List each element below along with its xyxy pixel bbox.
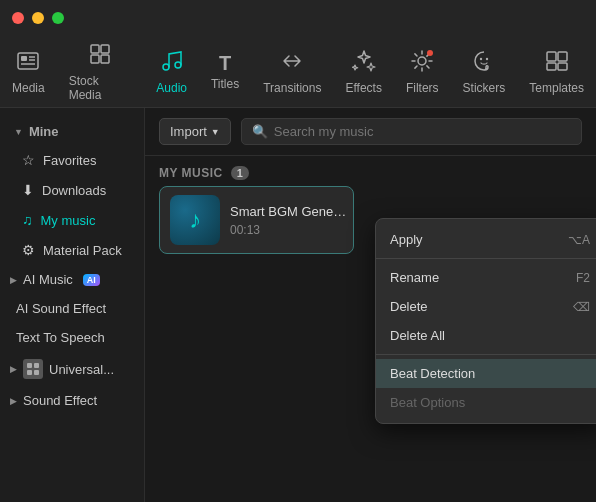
maximize-button[interactable] [52,12,64,24]
svg-rect-0 [18,53,38,69]
svg-rect-8 [101,55,109,63]
context-menu: Apply ⌥A Rename F2 Delete ⌫ Delete All B… [375,218,596,424]
search-input[interactable] [274,124,571,139]
nav-label-titles: Titles [211,77,239,91]
svg-rect-15 [547,52,556,61]
content-area: Import ▼ 🔍 MY MUSIC 1 ♪ Smart BGM Genera… [145,108,596,502]
nav-item-stickers[interactable]: Stickers [451,41,518,103]
minimize-button[interactable] [32,12,44,24]
nav-label-stickers: Stickers [463,81,506,95]
sidebar-label-material-pack: Material Pack [43,243,122,258]
ctx-beat-options-label: Beat Options [390,395,465,410]
svg-point-14 [486,57,488,59]
ctx-beat-detection[interactable]: Beat Detection [376,359,596,388]
ctx-rename-shortcut: F2 [576,271,590,285]
sidebar-item-downloads[interactable]: ⬇ Downloads [0,175,144,205]
ctx-delete-all-label: Delete All [390,328,445,343]
svg-point-13 [480,57,482,59]
svg-rect-7 [91,55,99,63]
music-duration: 00:13 [230,223,350,237]
top-nav: Media Stock Media Audio T Titles [0,36,596,108]
svg-rect-17 [547,63,556,70]
nav-item-transitions[interactable]: Transitions [251,41,333,103]
nav-item-templates[interactable]: Templates [517,41,596,103]
music-thumb-icon: ♪ [189,206,201,234]
sidebar-item-sound-effect[interactable]: ▶ Sound Effect [0,386,144,415]
favorites-icon: ☆ [22,152,35,168]
media-icon [16,49,40,77]
music-title: Smart BGM Generatio... [230,204,350,219]
sidebar-label-my-music: My music [41,213,96,228]
sidebar-section-label: Mine [29,124,59,139]
sidebar-label-favorites: Favorites [43,153,96,168]
ctx-delete-label: Delete [390,299,428,314]
transitions-icon [280,49,304,77]
ctx-rename-label: Rename [390,270,439,285]
content-toolbar: Import ▼ 🔍 [145,108,596,156]
sidebar-item-ai-music[interactable]: ▶ AI Music AI [0,265,144,294]
svg-rect-20 [34,363,39,368]
sidebar-label-ai-music: AI Music [23,272,73,287]
sidebar-item-favorites[interactable]: ☆ Favorites [0,145,144,175]
sidebar-label-ai-sound-effect: AI Sound Effect [16,301,106,316]
search-bar: 🔍 [241,118,582,145]
titles-icon: T [219,53,231,73]
svg-rect-6 [101,45,109,53]
ctx-rename[interactable]: Rename F2 [376,263,596,292]
ctx-delete-all[interactable]: Delete All [376,321,596,350]
sidebar-item-universal[interactable]: ▶ Universal... [0,352,144,386]
ctx-delete-shortcut: ⌫ [573,300,590,314]
sidebar-label-sound-effect: Sound Effect [23,393,97,408]
import-button[interactable]: Import ▼ [159,118,231,145]
nav-label-audio: Audio [156,81,187,95]
sidebar-item-ai-sound-effect[interactable]: AI Sound Effect [0,294,144,323]
nav-item-audio[interactable]: Audio [144,41,199,103]
nav-label-templates: Templates [529,81,584,95]
main-layout: ▼ Mine ☆ Favorites ⬇ Downloads ♫ My musi… [0,108,596,502]
nav-item-filters[interactable]: Filters [394,41,451,103]
nav-item-stock-media[interactable]: Stock Media [57,34,145,110]
ctx-beat-options: Beat Options [376,388,596,417]
ctx-delete[interactable]: Delete ⌫ [376,292,596,321]
music-info: Smart BGM Generatio... 00:13 [230,204,350,237]
music-thumbnail: ♪ [170,195,220,245]
nav-label-filters: Filters [406,81,439,95]
nav-item-effects[interactable]: Effects [333,41,393,103]
sidebar-label-universal: Universal... [49,362,114,377]
svg-point-10 [175,62,181,68]
sound-effect-arrow-icon: ▶ [10,396,17,406]
svg-rect-16 [558,52,567,61]
sidebar-label-downloads: Downloads [42,183,106,198]
ai-music-arrow-icon: ▶ [10,275,17,285]
nav-item-titles[interactable]: T Titles [199,45,251,99]
ctx-apply[interactable]: Apply ⌥A [376,225,596,254]
templates-icon [545,49,569,77]
ctx-divider-2 [376,354,596,355]
ctx-apply-shortcut: ⌥A [568,233,590,247]
nav-item-media[interactable]: Media [0,41,57,103]
filters-icon [410,49,434,77]
sidebar-item-text-to-speech[interactable]: Text To Speech [0,323,144,352]
downloads-icon: ⬇ [22,182,34,198]
audio-icon [160,49,184,77]
music-item[interactable]: ♪ Smart BGM Generatio... 00:13 [159,186,354,254]
svg-rect-5 [91,45,99,53]
nav-label-media: Media [12,81,45,95]
close-button[interactable] [12,12,24,24]
ctx-beat-detection-label: Beat Detection [390,366,475,381]
import-arrow-icon: ▼ [211,127,220,137]
title-bar [0,0,596,36]
music-count-badge: 1 [231,166,250,180]
mine-arrow-icon: ▼ [14,127,23,137]
sidebar: ▼ Mine ☆ Favorites ⬇ Downloads ♫ My musi… [0,108,145,502]
universal-icon [23,359,43,379]
my-music-section-label: MY MUSIC [159,166,223,180]
svg-rect-18 [558,63,567,70]
search-icon: 🔍 [252,124,268,139]
svg-rect-21 [27,370,32,375]
svg-rect-19 [27,363,32,368]
universal-arrow-icon: ▶ [10,364,17,374]
sidebar-item-material-pack[interactable]: ⚙ Material Pack [0,235,144,265]
sidebar-item-my-music[interactable]: ♫ My music [0,205,144,235]
svg-point-12 [427,50,433,56]
